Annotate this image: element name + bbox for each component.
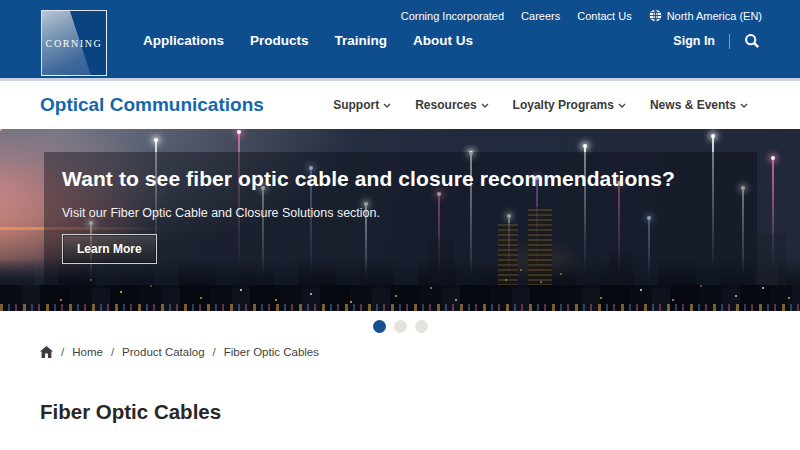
breadcrumb-separator: / [213, 346, 216, 358]
subnav-label: Resources [415, 98, 476, 112]
locale-selector[interactable]: North America (EN) [649, 9, 762, 22]
chevron-down-icon [618, 103, 626, 108]
hero-city-lights-strip [0, 304, 800, 311]
hero-banner: Want to see fiber optic cable and closur… [0, 129, 800, 311]
subnav-label: Loyalty Programs [513, 98, 614, 112]
subnav-item-loyalty-programs[interactable]: Loyalty Programs [513, 98, 626, 112]
breadcrumb-home[interactable]: Home [72, 346, 103, 358]
main-nav: Applications Products Training About Us [143, 33, 473, 48]
learn-more-button[interactable]: Learn More [62, 234, 157, 264]
locale-label: North America (EN) [667, 10, 762, 22]
breadcrumb: / Home / Product Catalog / Fiber Optic C… [40, 346, 800, 358]
chevron-down-icon [383, 103, 391, 108]
hero-city-lights [0, 129, 2, 131]
search-icon[interactable] [744, 33, 760, 49]
nav-item-about-us[interactable]: About Us [413, 33, 473, 48]
breadcrumb-product-catalog[interactable]: Product Catalog [122, 346, 204, 358]
nav-item-products[interactable]: Products [250, 33, 309, 48]
utility-nav: Corning Incorporated Careers Contact Us … [401, 9, 762, 22]
section-nav-links: Support Resources Loyalty Programs News … [333, 98, 748, 112]
carousel-dot-3[interactable] [415, 320, 428, 333]
subnav-item-resources[interactable]: Resources [415, 98, 488, 112]
chevron-down-icon [740, 103, 748, 108]
carousel-dot-1[interactable] [373, 320, 386, 333]
nav-item-applications[interactable]: Applications [143, 33, 224, 48]
chevron-down-icon [481, 103, 489, 108]
utility-link-contact-us[interactable]: Contact Us [577, 10, 631, 22]
page-title: Fiber Optic Cables [40, 400, 800, 424]
carousel-dots [0, 320, 800, 333]
utility-link-corning-incorporated[interactable]: Corning Incorporated [401, 10, 504, 22]
carousel-dot-2[interactable] [394, 320, 407, 333]
home-icon[interactable] [40, 346, 53, 358]
section-title-link[interactable]: Optical Communications [40, 94, 264, 116]
subnav-label: Support [333, 98, 379, 112]
header-divider [729, 34, 730, 49]
hero-subheading: Visit our Fiber Optic Cable and Closure … [62, 206, 757, 220]
subnav-item-news-events[interactable]: News & Events [650, 98, 748, 112]
hero-overlay-panel: Want to see fiber optic cable and closur… [44, 152, 757, 289]
sign-in-link[interactable]: Sign In [673, 34, 715, 48]
corning-logo-text: CORNING [46, 38, 103, 49]
corning-logo[interactable]: CORNING [41, 10, 107, 76]
breadcrumb-fiber-optic-cables[interactable]: Fiber Optic Cables [224, 346, 319, 358]
hero-heading: Want to see fiber optic cable and closur… [62, 167, 757, 191]
sign-in-area: Sign In [673, 33, 760, 49]
utility-link-careers[interactable]: Careers [521, 10, 560, 22]
subnav-label: News & Events [650, 98, 736, 112]
breadcrumb-separator: / [111, 346, 114, 358]
breadcrumb-separator: / [61, 346, 64, 358]
site-header: CORNING Corning Incorporated Careers Con… [0, 0, 800, 81]
section-nav: Optical Communications Support Resources… [0, 81, 800, 129]
nav-item-training[interactable]: Training [335, 33, 388, 48]
globe-icon [649, 9, 662, 22]
subnav-item-support[interactable]: Support [333, 98, 391, 112]
